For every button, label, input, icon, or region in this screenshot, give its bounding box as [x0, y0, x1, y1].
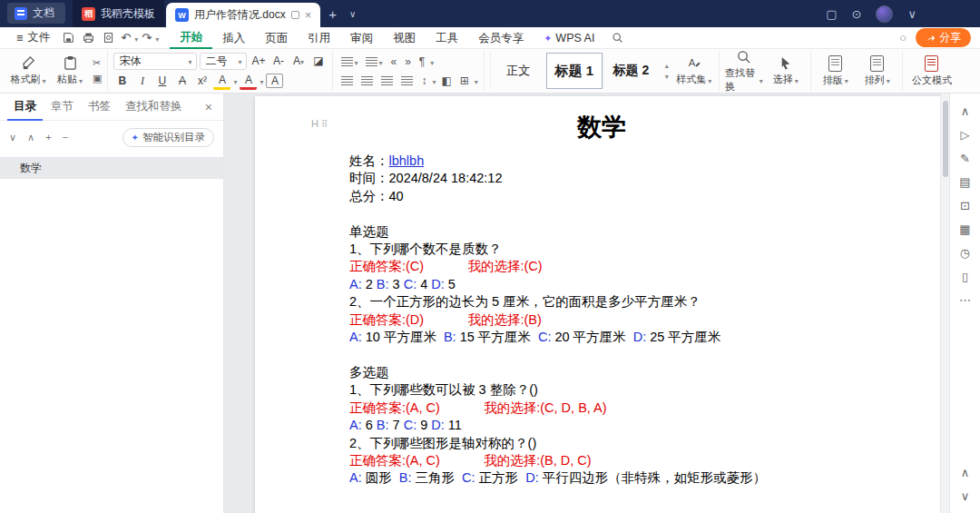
pen-icon[interactable]: ✎ — [955, 146, 976, 170]
official-doc-mode-button[interactable]: 公文模式 — [908, 55, 956, 87]
doc-line[interactable]: A: 2 B: 3 C: 4 D: 5 — [349, 276, 854, 293]
doc-line[interactable]: A: 6 B: 7 C: 9 D: 11 — [349, 417, 854, 434]
notes-icon[interactable]: ▤ — [955, 170, 976, 193]
style-set-button[interactable]: A 样式集 — [675, 55, 713, 86]
comment-icon[interactable]: ⊡ — [955, 193, 976, 217]
share-button[interactable]: 分享 — [916, 28, 971, 47]
redo-dropdown-icon[interactable] — [155, 32, 159, 44]
align-left-button[interactable] — [338, 74, 356, 87]
character-border-button[interactable]: A — [266, 74, 283, 88]
cloud-sync-icon[interactable]: ○ — [899, 31, 906, 44]
cursor-icon[interactable]: ▷ — [955, 123, 976, 146]
doc-line[interactable]: 2、下列哪些图形是轴对称的？() — [349, 435, 854, 452]
strikethrough-button[interactable]: A — [173, 73, 191, 90]
document-title[interactable]: 数学 — [349, 109, 854, 145]
redo-button[interactable]: ↷ — [140, 31, 153, 44]
zoom-in-icon[interactable]: + — [45, 132, 51, 143]
collapse-ribbon-icon[interactable]: ∧ — [955, 99, 976, 123]
print-button[interactable] — [79, 30, 97, 46]
more-icon[interactable]: ⋯ — [955, 288, 976, 311]
zoom-out-icon[interactable]: − — [63, 132, 68, 143]
font-color-caret-icon[interactable] — [260, 74, 263, 87]
select-button[interactable]: 选择 — [767, 55, 805, 86]
sidebar-tab-0[interactable]: 目录 — [7, 94, 43, 121]
collapse-all-icon[interactable]: ∧ — [27, 132, 34, 143]
menu-tab-6[interactable]: 工具 — [426, 27, 468, 49]
doc-line[interactable]: 2、一个正方形的边长为 5 厘米，它的面积是多少平方厘米？ — [349, 293, 854, 311]
borders-caret-icon[interactable] — [475, 74, 478, 87]
paragraph-mark-button[interactable]: ¶ — [416, 54, 427, 70]
format-painter-button[interactable]: 格式刷 — [9, 55, 47, 86]
cut-icon[interactable]: ✂ — [93, 57, 102, 69]
doc-line[interactable]: 时间：2024/8/24 18:42:12 — [349, 170, 854, 187]
underline-button[interactable]: U — [153, 73, 171, 90]
undo-dropdown-icon[interactable] — [134, 32, 138, 44]
expand-all-icon[interactable]: ∨ — [9, 132, 16, 143]
paste-button[interactable]: 粘贴 — [51, 55, 89, 86]
gallery-up-icon[interactable]: ▴ — [665, 62, 669, 70]
borders-button[interactable]: ⊞ — [457, 73, 472, 89]
menu-tab-0[interactable]: 开始 — [170, 27, 212, 49]
doc-line[interactable]: 1、下列哪些数可以被 3 整除？() — [349, 381, 854, 399]
doc-line[interactable] — [349, 205, 854, 222]
doc-line[interactable]: 总分：40 — [349, 188, 854, 205]
style-card[interactable]: 标题 1 — [546, 53, 603, 89]
document-tab[interactable]: 稻我稻壳模板 — [73, 0, 164, 27]
scrollbar-thumb[interactable] — [943, 101, 948, 177]
outdent-button[interactable]: « — [387, 54, 399, 70]
gallery-down-icon[interactable]: ▾ — [665, 73, 669, 81]
document-page[interactable]: H ⠿ 数学 姓名：lbhlbh时间：2024/8/24 18:42:12总分：… — [255, 96, 941, 513]
doc-line[interactable] — [349, 346, 854, 363]
doc-line[interactable]: 正确答案:(C) 我的选择:(C) — [349, 258, 854, 275]
highlight-color-button[interactable]: A — [213, 73, 230, 90]
line-spacing-caret-icon[interactable] — [432, 74, 436, 87]
menu-tab-2[interactable]: 页面 — [255, 27, 298, 49]
doc-line[interactable]: 正确答案:(A, C) 我的选择:(B, D, C) — [349, 452, 854, 469]
typeset-button[interactable]: 排版 — [817, 55, 855, 87]
doc-line[interactable]: 多选题 — [349, 364, 854, 381]
search-button[interactable] — [608, 30, 626, 46]
heading-drag-handle[interactable]: H ⠿ — [311, 118, 327, 129]
document-icon[interactable]: ▯ — [955, 264, 976, 288]
grow-font-button[interactable]: A+ — [250, 53, 267, 70]
find-replace-button[interactable]: 查找替换 — [725, 49, 763, 94]
sidebar-tab-3[interactable]: 查找和替换 — [119, 94, 189, 121]
sidebar-tab-1[interactable]: 章节 — [44, 94, 80, 121]
file-menu-button[interactable]: ≡ 文件 — [9, 30, 57, 45]
font-name-select[interactable]: 宋体 — [113, 53, 197, 70]
smart-toc-button[interactable]: ✦ 智能识别目录 — [122, 128, 214, 147]
doc-line[interactable]: A: 圆形 B: 三角形 C: 正方形 D: 平行四边形（非特殊，如矩形或菱形） — [349, 469, 854, 487]
prev-page-icon[interactable]: ∧ — [955, 460, 976, 484]
numbering-button[interactable] — [363, 54, 385, 70]
arrange-button[interactable]: 排列 — [858, 55, 897, 87]
close-sidebar-icon[interactable]: × — [201, 100, 216, 114]
menu-tab-8[interactable]: ✦WPS AI — [534, 27, 604, 49]
tab-list-dropdown-icon[interactable]: ∨ — [343, 9, 362, 19]
shading-button[interactable]: ◧ — [438, 73, 454, 89]
print-preview-button[interactable] — [99, 30, 117, 46]
font-size-select[interactable]: 二号 — [200, 53, 247, 70]
align-center-button[interactable] — [358, 74, 376, 87]
bullets-button[interactable] — [338, 54, 360, 70]
align-right-button[interactable] — [378, 74, 396, 87]
outline-item[interactable]: 数学 — [0, 157, 223, 179]
indent-button[interactable]: » — [402, 54, 414, 70]
menu-tab-3[interactable]: 引用 — [298, 27, 340, 49]
style-card[interactable]: 正文 — [490, 53, 546, 89]
paragraph-mark-caret-icon[interactable] — [430, 55, 434, 68]
menu-tab-1[interactable]: 插入 — [212, 27, 255, 49]
line-spacing-button[interactable]: ↕ — [418, 73, 429, 89]
close-tab-icon[interactable]: × — [305, 9, 312, 21]
home-button[interactable]: 文档 — [7, 3, 65, 24]
shrink-font-button[interactable]: A- — [270, 53, 287, 70]
copy-icon[interactable]: ▣ — [93, 73, 102, 84]
doc-line[interactable]: 正确答案:(D) 我的选择:(B) — [349, 311, 854, 329]
doc-line[interactable]: 姓名：lbhlbh — [349, 153, 854, 170]
doc-line[interactable]: 1、下列哪个数不是质数？ — [349, 241, 854, 258]
bold-button[interactable]: B — [113, 73, 131, 90]
doc-line[interactable]: A: 10 平方厘米 B: 15 平方厘米 C: 20 平方厘米 D: 25 平… — [349, 329, 854, 346]
sidebar-tab-2[interactable]: 书签 — [82, 94, 117, 121]
menu-tab-5[interactable]: 视图 — [383, 27, 426, 49]
table-icon[interactable]: ▦ — [955, 217, 976, 241]
new-tab-button[interactable]: + — [322, 6, 343, 22]
